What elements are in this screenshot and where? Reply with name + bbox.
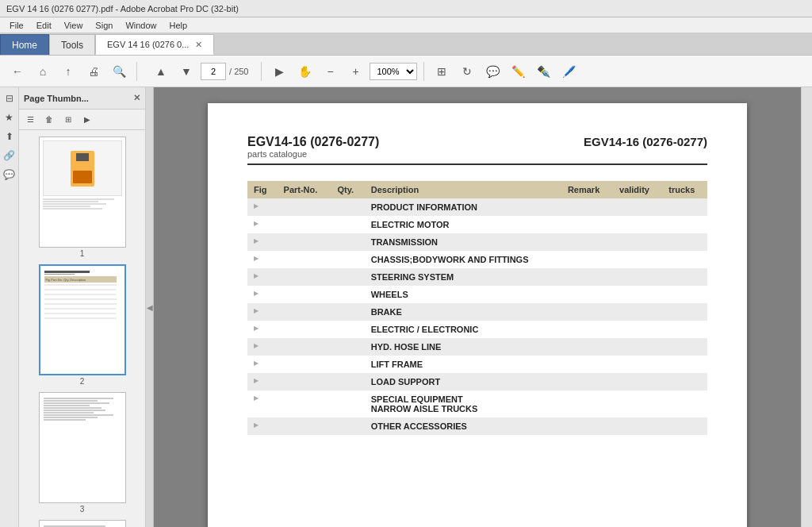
rotate-button[interactable]: ↻: [456, 60, 478, 83]
tab-close-button[interactable]: ✕: [195, 40, 202, 50]
tab-home[interactable]: Home: [0, 34, 49, 55]
table-row: ▶LIFT FRAME: [247, 356, 707, 373]
panel-collapse-handle[interactable]: ◀: [146, 87, 154, 527]
next-page-button[interactable]: ▼: [175, 60, 197, 83]
table-row: ▶BRAKE: [247, 303, 707, 321]
thumb-more-button[interactable]: ▶: [79, 112, 95, 128]
row-arrow-cell: ▶: [247, 356, 278, 371]
row-expand-arrow[interactable]: ▶: [254, 307, 259, 314]
row-arrow-cell: ▶: [247, 321, 278, 336]
pdf-content-area[interactable]: EGV14-16 (0276-0277) parts catalogue EGV…: [154, 87, 801, 527]
comment-button[interactable]: 💬: [481, 60, 504, 83]
menu-window[interactable]: Window: [119, 21, 163, 30]
search-button[interactable]: 🔍: [108, 60, 130, 83]
page-total-label: / 250: [229, 67, 248, 76]
row-expand-arrow[interactable]: ▶: [254, 272, 259, 279]
cell-remark: [561, 321, 613, 338]
cell-validity: [613, 251, 662, 268]
layers-icon[interactable]: ⬆: [2, 129, 17, 144]
row-arrow-cell: ▶: [247, 216, 278, 231]
row-expand-arrow[interactable]: ▶: [254, 377, 259, 384]
thumbnail-page-2[interactable]: Fig Part-No. Qty. Description: [39, 264, 126, 386]
cell-part-no: [278, 373, 331, 390]
cell-validity: [613, 373, 662, 390]
row-expand-arrow[interactable]: ▶: [254, 325, 259, 332]
cell-part-no: [278, 417, 331, 435]
bookmark-icon[interactable]: ★: [2, 110, 17, 125]
main-layout: ⊟ ★ ⬆ 🔗 💬 Page Thumbn... ✕ ☰ 🗑 ⊞ ▶: [0, 87, 812, 527]
pdf-doc-subtitle: parts catalogue: [247, 149, 379, 159]
row-arrow-cell: ▶: [247, 251, 278, 266]
row-arrow-cell: ▶: [247, 338, 278, 353]
cell-remark: [561, 338, 613, 356]
row-expand-arrow[interactable]: ▶: [254, 290, 259, 297]
hand-tool-button[interactable]: ✋: [293, 60, 316, 83]
row-expand-arrow[interactable]: ▶: [254, 360, 259, 367]
cell-qty: [331, 390, 364, 417]
cell-part-no: [278, 286, 331, 303]
row-expand-arrow[interactable]: ▶: [254, 342, 259, 349]
thumb-options-button[interactable]: ☰: [22, 112, 38, 128]
thumb-embed-button[interactable]: ⊞: [60, 112, 76, 128]
comments-icon[interactable]: 💬: [2, 167, 17, 183]
thumbnail-page-4[interactable]: 4: [39, 520, 126, 527]
pdf-page: EGV14-16 (0276-0277) parts catalogue EGV…: [208, 103, 747, 527]
row-expand-arrow[interactable]: ▶: [254, 255, 259, 262]
nav-back-button[interactable]: ←: [6, 60, 29, 83]
cell-trucks: [662, 233, 707, 251]
menu-edit[interactable]: Edit: [30, 21, 58, 30]
page-number-input[interactable]: [201, 63, 226, 80]
zoom-out-button[interactable]: −: [319, 60, 341, 83]
col-header-remark: Remark: [561, 181, 613, 198]
nav-home-button[interactable]: ⌂: [32, 60, 54, 83]
cell-trucks: [662, 321, 707, 338]
menu-help[interactable]: Help: [163, 21, 194, 30]
vertical-scrollbar[interactable]: [801, 87, 812, 527]
table-row: ▶CHASSIS;BODYWORK AND FITTINGS: [247, 251, 707, 268]
cell-part-no: [278, 321, 331, 338]
page-thumbnail-icon[interactable]: ⊟: [2, 90, 17, 106]
table-header-row: Fig Part-No. Qty. Description Remark val…: [247, 181, 707, 198]
table-row: ▶ELECTRIC MOTOR: [247, 216, 707, 233]
cell-remark: [561, 286, 613, 303]
thumbnail-page-1[interactable]: 1: [39, 137, 126, 258]
row-expand-arrow[interactable]: ▶: [254, 220, 259, 227]
row-expand-arrow[interactable]: ▶: [254, 394, 259, 402]
tab-document[interactable]: EGV 14 16 (0276 0... ✕: [95, 34, 214, 55]
cell-remark: [561, 268, 613, 286]
print-button[interactable]: 🖨: [82, 60, 105, 83]
nav-forward-button[interactable]: ↑: [57, 60, 79, 83]
row-arrow-cell: ▶: [247, 417, 278, 433]
cell-trucks: [662, 251, 707, 268]
tab-tools[interactable]: Tools: [49, 34, 95, 55]
cell-description: CHASSIS;BODYWORK AND FITTINGS: [365, 251, 561, 268]
menu-view[interactable]: View: [58, 21, 90, 30]
prev-page-button[interactable]: ▲: [150, 60, 172, 83]
row-expand-arrow[interactable]: ▶: [254, 237, 259, 244]
row-expand-arrow[interactable]: ▶: [254, 421, 259, 429]
cell-trucks: [662, 303, 707, 321]
thumbnail-page-3[interactable]: 3: [39, 392, 126, 514]
cell-remark: [561, 251, 613, 268]
sign-button[interactable]: 🖊️: [557, 60, 580, 83]
table-row: ▶TRANSMISSION: [247, 233, 707, 251]
row-expand-arrow[interactable]: ▶: [254, 202, 259, 210]
select-tool-button[interactable]: ▶: [268, 60, 290, 83]
zoom-in-button[interactable]: +: [344, 60, 366, 83]
menu-file[interactable]: File: [3, 21, 30, 30]
cell-description: HYD. HOSE LINE: [365, 338, 561, 356]
draw-button[interactable]: ✒️: [532, 60, 554, 83]
page-layout-button[interactable]: ⊞: [431, 60, 453, 83]
cell-qty: [331, 286, 364, 303]
attach-icon[interactable]: 🔗: [2, 148, 17, 163]
thumbnail-header: Page Thumbn... ✕: [19, 87, 145, 110]
cell-remark: [561, 198, 613, 216]
thumb-delete-button[interactable]: 🗑: [41, 112, 57, 128]
left-sidebar: ⊟ ★ ⬆ 🔗 💬: [0, 87, 19, 527]
cell-description: BRAKE: [365, 303, 561, 321]
highlight-button[interactable]: ✏️: [507, 60, 529, 83]
menu-sign[interactable]: Sign: [89, 21, 119, 30]
zoom-select[interactable]: 100% 75% 125% 150%: [370, 63, 417, 80]
thumb-label-2: 2: [80, 377, 85, 386]
thumbnail-close-button[interactable]: ✕: [133, 93, 140, 103]
